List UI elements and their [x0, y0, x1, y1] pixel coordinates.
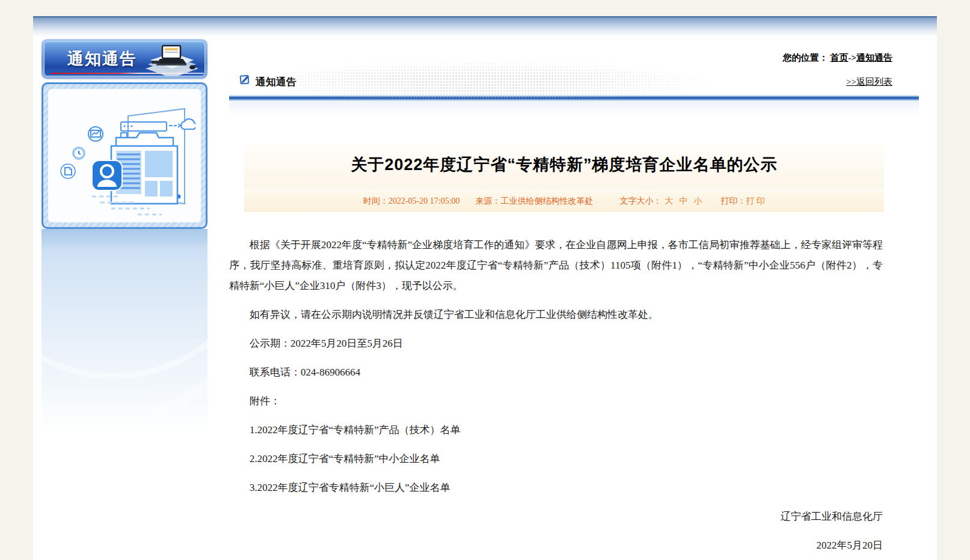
meta-fontsize-label: 文字大小：: [620, 196, 662, 205]
section-title: 通知通告: [256, 75, 296, 89]
banner-red-line: [51, 73, 204, 74]
meta-time-value: 2022-05-20 17:05:00: [388, 196, 460, 205]
breadcrumb-home-link[interactable]: 首页: [830, 53, 848, 62]
font-size-small-button[interactable]: 小: [694, 196, 702, 205]
meta-source-label: 来源：: [476, 196, 501, 205]
attachment-item-3[interactable]: 3.2022年度辽宁省专精特新“小巨人”企业名单: [229, 478, 883, 498]
sidebar-banner-inner: 通知通告: [44, 41, 205, 76]
article-paragraph-contact-phone: 联系电话：024-86906664: [229, 362, 883, 383]
breadcrumb-arrow: ->: [848, 53, 856, 62]
notice-illustration: [54, 91, 195, 221]
main-content: 您的位置： 首页->通知通告 通知通告 >>返回列表: [229, 37, 919, 560]
font-size-large-button[interactable]: 大: [665, 196, 674, 205]
page-container: 通知通告: [33, 16, 937, 560]
sidebar-illustration-panel: [41, 82, 207, 229]
page-content: 通知通告: [33, 37, 937, 560]
article-meta-bar: 时间：2022-05-20 17:05:00来源：工业供给侧结构性改革处文字大小…: [244, 190, 884, 212]
meta-time-label: 时间：: [363, 196, 388, 205]
article-paragraph: 如有异议，请在公示期内说明情况并反馈辽宁省工业和信息化厅工业供给侧结构性改革处。: [229, 305, 883, 325]
sidebar-banner-title: 通知通告: [67, 48, 137, 70]
breadcrumb-label: 您的位置：: [783, 53, 828, 62]
section-header: 通知通告 >>返回列表: [229, 68, 919, 95]
section-divider-fade: [229, 101, 919, 115]
document-icon: [61, 164, 75, 178]
font-size-medium-button[interactable]: 中: [680, 196, 688, 205]
clock-icon: [72, 147, 85, 160]
chart-icon: [88, 127, 103, 141]
meta-source-value: 工业供给侧结构性改革处: [501, 196, 594, 205]
attachment-item-1[interactable]: 1.2022年度辽宁省“专精特新”产品（技术）名单: [229, 420, 883, 440]
article-title-block: 关于2022年度辽宁省“专精特新”梯度培育企业名单的公示 时间：2022-05-…: [244, 144, 884, 212]
attachments-label: 附件：: [229, 391, 883, 412]
top-gradient-strip: [33, 16, 937, 37]
breadcrumb-current-link[interactable]: 通知通告: [856, 53, 892, 62]
article-body: 根据《关于开展2022年度“专精特新”企业梯度培育工作的通知》要求，在企业自愿网…: [229, 235, 883, 556]
attachment-item-2[interactable]: 2.2022年度辽宁省“专精特新”中小企业名单: [229, 449, 883, 469]
section-divider: [229, 95, 919, 101]
article-paragraph: 根据《关于开展2022年度“专精特新”企业梯度培育工作的通知》要求，在企业自愿网…: [229, 235, 883, 296]
sidebar: 通知通告: [41, 39, 207, 444]
article-title: 关于2022年度辽宁省“专精特新”梯度培育企业名单的公示: [244, 154, 884, 175]
article-date: 2022年5月20日: [229, 535, 883, 556]
edit-icon: [239, 73, 251, 85]
sidebar-banner[interactable]: 通知通告: [41, 39, 207, 79]
article-paragraph-public-period: 公示期：2022年5月20日至5月26日: [229, 333, 883, 354]
breadcrumb: 您的位置： 首页->通知通告: [229, 52, 919, 64]
section-header-left: 通知通告: [239, 75, 296, 89]
print-button[interactable]: 打 印: [746, 196, 766, 205]
meta-print-label: 打印：: [721, 196, 746, 205]
sidebar-gradient: [41, 229, 207, 444]
back-to-list-link[interactable]: >>返回列表: [846, 76, 919, 88]
article-signature: 辽宁省工业和信息化厅: [229, 507, 883, 527]
sidebar-illustration-inner: [48, 89, 201, 222]
article: 关于2022年度辽宁省“专精特新”梯度培育企业名单的公示 时间：2022-05-…: [229, 144, 919, 556]
laptop-icon: [141, 44, 201, 76]
